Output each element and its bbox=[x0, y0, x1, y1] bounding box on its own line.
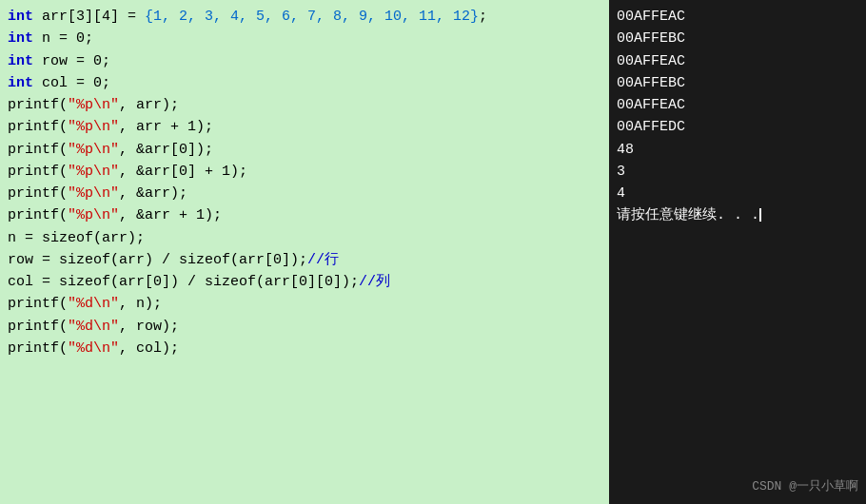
code-token: int bbox=[8, 30, 33, 47]
code-token: (arr); bbox=[93, 230, 145, 246]
output-line: 3 bbox=[617, 161, 858, 183]
code-token: printf bbox=[8, 319, 59, 335]
code-line: int row = 0; bbox=[8, 50, 601, 72]
code-token: //行 bbox=[307, 252, 339, 268]
code-token: ( bbox=[59, 142, 68, 158]
code-token: , &arr); bbox=[119, 185, 187, 202]
code-token: ( bbox=[59, 340, 68, 357]
code-token: sizeof bbox=[205, 274, 256, 290]
code-token: printf bbox=[8, 185, 59, 202]
code-token: int bbox=[8, 9, 33, 25]
code-token: int bbox=[8, 53, 33, 69]
code-token: , &arr[0] + 1); bbox=[119, 164, 247, 180]
code-token: , n); bbox=[119, 296, 162, 312]
code-token: printf bbox=[8, 142, 59, 158]
code-token: (arr[0]); bbox=[230, 252, 307, 268]
code-token: n = bbox=[8, 230, 42, 246]
code-line: col = sizeof(arr[0]) / sizeof(arr[0][0])… bbox=[8, 271, 601, 293]
code-token: ( bbox=[59, 164, 68, 180]
code-token: "%d\n" bbox=[68, 340, 119, 357]
code-line: printf("%p\n", &arr + 1); bbox=[8, 204, 601, 226]
output-line: 00AFFEAC bbox=[617, 94, 858, 116]
code-token: ( bbox=[59, 207, 68, 223]
code-token: sizeof bbox=[59, 252, 110, 268]
watermark: CSDN @一只小草啊 bbox=[752, 477, 858, 496]
code-token: arr[3][4] = bbox=[33, 9, 145, 25]
output-line: 00AFFEDC bbox=[617, 116, 858, 138]
code-token: (arr) / bbox=[110, 252, 179, 268]
code-token: sizeof bbox=[59, 274, 110, 290]
code-token: , row); bbox=[119, 319, 179, 335]
code-token: sizeof bbox=[42, 230, 93, 246]
code-token: "%p\n" bbox=[68, 119, 119, 135]
output-line: 00AFFEAC bbox=[617, 6, 858, 28]
output-panel: 00AFFEAC00AFFEBC00AFFEAC00AFFEBC00AFFEAC… bbox=[609, 0, 866, 504]
code-token: , arr + 1); bbox=[119, 119, 213, 135]
output-line: 00AFFEBC bbox=[617, 72, 858, 94]
code-token: "%p\n" bbox=[68, 164, 119, 180]
code-token: //列 bbox=[359, 274, 390, 290]
code-token: , &arr + 1); bbox=[119, 207, 222, 223]
output-line: 请按任意键继续. . . bbox=[617, 204, 858, 226]
code-line: row = sizeof(arr) / sizeof(arr[0]);//行 bbox=[8, 249, 601, 271]
output-line: 4 bbox=[617, 183, 858, 204]
output-line: 00AFFEBC bbox=[617, 28, 858, 49]
code-token: (arr[0][0]); bbox=[256, 274, 359, 290]
code-token: col = bbox=[8, 274, 59, 290]
code-token: "%d\n" bbox=[68, 296, 119, 312]
code-token: printf bbox=[8, 164, 59, 180]
code-token: row = 0; bbox=[33, 53, 110, 69]
code-token: , col); bbox=[119, 340, 179, 357]
code-token: printf bbox=[8, 340, 59, 357]
cursor bbox=[759, 208, 761, 222]
output-line: 00AFFEAC bbox=[617, 50, 858, 72]
code-token: int bbox=[8, 75, 33, 91]
code-line: printf("%d\n", row); bbox=[8, 316, 601, 338]
code-line: printf("%p\n", &arr[0]); bbox=[8, 139, 601, 161]
code-token: printf bbox=[8, 296, 59, 312]
code-token: , arr); bbox=[119, 97, 179, 113]
code-line: int arr[3][4] = {1, 2, 3, 4, 5, 6, 7, 8,… bbox=[8, 6, 601, 28]
code-line: int col = 0; bbox=[8, 72, 601, 94]
code-line: n = sizeof(arr); bbox=[8, 227, 601, 249]
code-token: , &arr[0]); bbox=[119, 142, 213, 158]
code-token: "%p\n" bbox=[68, 142, 119, 158]
code-line: printf("%p\n", arr + 1); bbox=[8, 116, 601, 138]
code-token: n = 0; bbox=[33, 30, 93, 47]
output-line: 48 bbox=[617, 139, 858, 161]
code-line: printf("%p\n", &arr); bbox=[8, 183, 601, 204]
code-token: printf bbox=[8, 119, 59, 135]
code-token: "%p\n" bbox=[68, 207, 119, 223]
code-token: (arr[0]) / bbox=[110, 274, 205, 290]
code-token: ( bbox=[59, 97, 68, 113]
code-line: printf("%p\n", &arr[0] + 1); bbox=[8, 161, 601, 183]
code-token: "%p\n" bbox=[68, 97, 119, 113]
code-token: printf bbox=[8, 207, 59, 223]
code-token: ( bbox=[59, 185, 68, 202]
code-token: col = 0; bbox=[33, 75, 110, 91]
code-token: ( bbox=[59, 296, 68, 312]
code-line: printf("%d\n", n); bbox=[8, 293, 601, 315]
code-editor: int arr[3][4] = {1, 2, 3, 4, 5, 6, 7, 8,… bbox=[0, 0, 609, 504]
code-line: printf("%d\n", col); bbox=[8, 338, 601, 359]
code-line: int n = 0; bbox=[8, 28, 601, 49]
code-token: "%d\n" bbox=[68, 319, 119, 335]
code-token: row = bbox=[8, 252, 59, 268]
code-token: "%p\n" bbox=[68, 185, 119, 202]
code-token: ( bbox=[59, 319, 68, 335]
code-token: ; bbox=[479, 9, 487, 25]
code-token: {1, 2, 3, 4, 5, 6, 7, 8, 9, 10, 11, 12} bbox=[145, 9, 479, 25]
code-token: sizeof bbox=[179, 252, 230, 268]
code-token: ( bbox=[59, 119, 68, 135]
code-token: printf bbox=[8, 97, 59, 113]
code-line: printf("%p\n", arr); bbox=[8, 94, 601, 116]
